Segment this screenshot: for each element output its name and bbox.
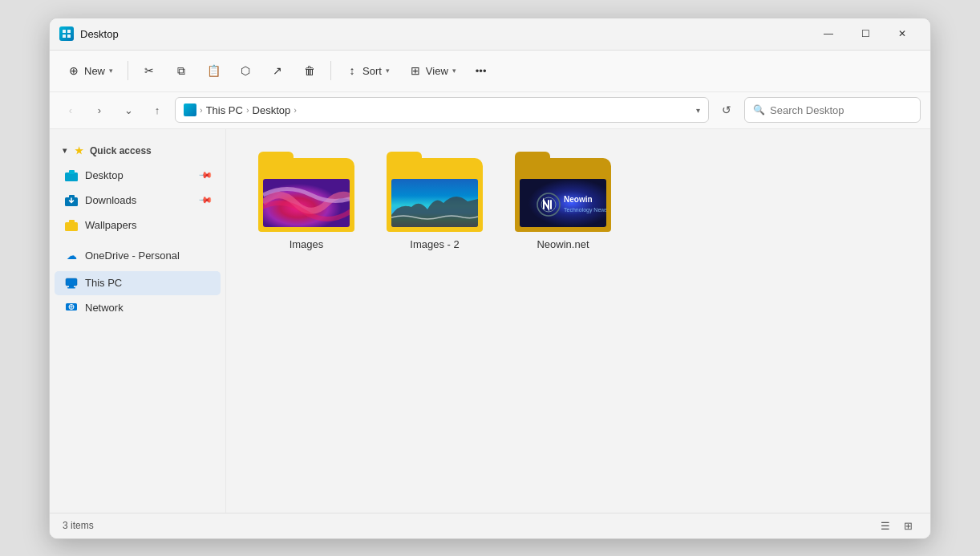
sidebar-onedrive-label: OneDrive - Personal <box>85 250 180 262</box>
sidebar-item-downloads[interactable]: Downloads 📌 <box>55 189 221 213</box>
path-sep-3: › <box>294 105 297 115</box>
view-button[interactable]: ⊞ View ▾ <box>401 57 464 84</box>
svg-rect-13 <box>67 287 75 289</box>
title-bar: Desktop — ☐ ✕ <box>50 18 930 51</box>
svg-rect-6 <box>69 170 75 174</box>
path-folder-icon <box>184 103 196 116</box>
up-button[interactable]: ↑ <box>146 99 168 121</box>
separator-1 <box>128 61 128 80</box>
new-icon: ⊕ <box>67 64 80 77</box>
sort-icon: ↕ <box>346 64 358 77</box>
svg-rect-2 <box>63 34 66 38</box>
view-icon: ⊞ <box>409 64 422 77</box>
path-dropdown: ▾ <box>696 106 700 115</box>
svg-rect-12 <box>69 286 74 287</box>
back-button[interactable]: ‹ <box>59 99 82 121</box>
path-sep-2: › <box>246 105 249 115</box>
sidebar-wallpapers-label: Wallpapers <box>85 219 137 231</box>
sidebar-item-thispc[interactable]: This PC <box>55 271 221 295</box>
new-chevron: ▾ <box>109 67 113 75</box>
main-content: ▾ ★ Quick access Desktop 📌 <box>50 129 930 513</box>
svg-text:Neowin: Neowin <box>564 195 593 204</box>
search-icon: 🔍 <box>753 104 765 116</box>
more-button[interactable]: ••• <box>468 57 495 84</box>
path-thispc: This PC <box>206 104 243 116</box>
folder-images[interactable]: Images <box>250 145 362 258</box>
folder-neowin[interactable]: Neowin Technology News Neowin.net <box>507 145 619 258</box>
explorer-window: Desktop — ☐ ✕ ⊕ New ▾ ✂ ⧉ 📋 ⬡ ↗ 🗑 <box>49 18 931 539</box>
window-controls: — ☐ ✕ <box>810 22 921 46</box>
onedrive-icon: ☁ <box>64 249 79 263</box>
folder-neowin-thumbnail: Neowin Technology News <box>515 152 611 232</box>
list-view-button[interactable]: ☰ <box>876 516 895 535</box>
svg-rect-10 <box>69 220 75 224</box>
folder-images2-thumbnail <box>387 152 483 232</box>
search-box[interactable]: 🔍 <box>744 97 921 123</box>
copy-button[interactable]: ⧉ <box>167 57 196 84</box>
sidebar-downloads-label: Downloads <box>85 194 136 206</box>
new-button[interactable]: ⊕ New ▾ <box>59 57 121 84</box>
network-icon <box>64 301 79 315</box>
sidebar: ▾ ★ Quick access Desktop 📌 <box>50 129 226 513</box>
item-count: 3 items <box>63 520 94 531</box>
share-icon: ↗ <box>271 64 284 77</box>
quick-access-header[interactable]: ▾ ★ Quick access <box>55 139 221 163</box>
folder-images-label: Images <box>290 238 324 252</box>
svg-rect-3 <box>67 34 71 38</box>
minimize-button[interactable]: — <box>810 22 847 46</box>
path-desktop: Desktop <box>253 104 291 116</box>
expand-nav-button[interactable]: ⌄ <box>117 99 140 121</box>
sidebar-network-label: Network <box>85 302 124 314</box>
view-label: View <box>426 65 448 77</box>
delete-button[interactable]: 🗑 <box>295 57 324 84</box>
folder-images2-label: Images - 2 <box>410 238 459 252</box>
wallpapers-folder-icon <box>64 218 79 233</box>
close-button[interactable]: ✕ <box>884 22 921 46</box>
downloads-pin-icon: 📌 <box>197 193 213 208</box>
svg-rect-11 <box>66 278 77 286</box>
star-icon: ★ <box>75 145 83 156</box>
sidebar-item-network[interactable]: Network <box>55 296 221 320</box>
maximize-button[interactable]: ☐ <box>847 22 884 46</box>
delete-icon: 🗑 <box>303 64 316 77</box>
folder-images2[interactable]: Images - 2 <box>379 145 491 258</box>
refresh-button[interactable]: ↺ <box>715 99 738 121</box>
path-sep-1: › <box>200 105 203 115</box>
search-input[interactable] <box>770 104 912 116</box>
rename-icon: ⬡ <box>239 64 252 77</box>
sort-label: Sort <box>362 65 382 77</box>
rename-button[interactable]: ⬡ <box>231 57 260 84</box>
svg-rect-20 <box>520 179 606 227</box>
cut-button[interactable]: ✂ <box>135 57 164 84</box>
paste-button[interactable]: 📋 <box>199 57 228 84</box>
paste-icon: 📋 <box>207 64 220 77</box>
file-area: Images <box>226 129 930 513</box>
folder-images-thumbnail <box>258 152 354 232</box>
grid-view-button[interactable]: ⊞ <box>898 516 917 535</box>
sort-button[interactable]: ↕ Sort ▾ <box>338 57 398 84</box>
svg-text:Technology News: Technology News <box>564 207 606 213</box>
sidebar-desktop-label: Desktop <box>85 169 124 181</box>
svg-rect-0 <box>63 30 66 33</box>
svg-rect-1 <box>67 30 71 33</box>
address-path[interactable]: › This PC › Desktop › ▾ <box>175 97 709 123</box>
desktop-folder-icon <box>64 168 79 183</box>
copy-icon: ⧉ <box>175 64 188 77</box>
sidebar-item-wallpapers[interactable]: Wallpapers <box>55 213 221 237</box>
sidebar-item-onedrive[interactable]: ☁ OneDrive - Personal <box>55 244 221 268</box>
address-bar: ‹ › ⌄ ↑ › This PC › Desktop › ▾ ↺ 🔍 <box>50 92 930 129</box>
view-chevron: ▾ <box>452 67 456 75</box>
status-bar: 3 items ☰ ⊞ <box>50 513 930 538</box>
share-button[interactable]: ↗ <box>263 57 292 84</box>
sidebar-item-desktop[interactable]: Desktop 📌 <box>55 164 221 188</box>
sidebar-thispc-label: This PC <box>85 277 122 289</box>
downloads-folder-icon <box>64 193 79 208</box>
folder-neowin-label: Neowin.net <box>537 238 589 252</box>
quick-access-label: Quick access <box>90 145 152 156</box>
sort-chevron: ▾ <box>386 67 390 75</box>
desktop-pin-icon: 📌 <box>197 168 213 183</box>
separator-2 <box>330 61 331 80</box>
app-icon <box>59 26 74 41</box>
forward-button[interactable]: › <box>88 99 111 121</box>
toolbar: ⊕ New ▾ ✂ ⧉ 📋 ⬡ ↗ 🗑 ↕ Sort ▾ ⊞ <box>50 51 930 92</box>
